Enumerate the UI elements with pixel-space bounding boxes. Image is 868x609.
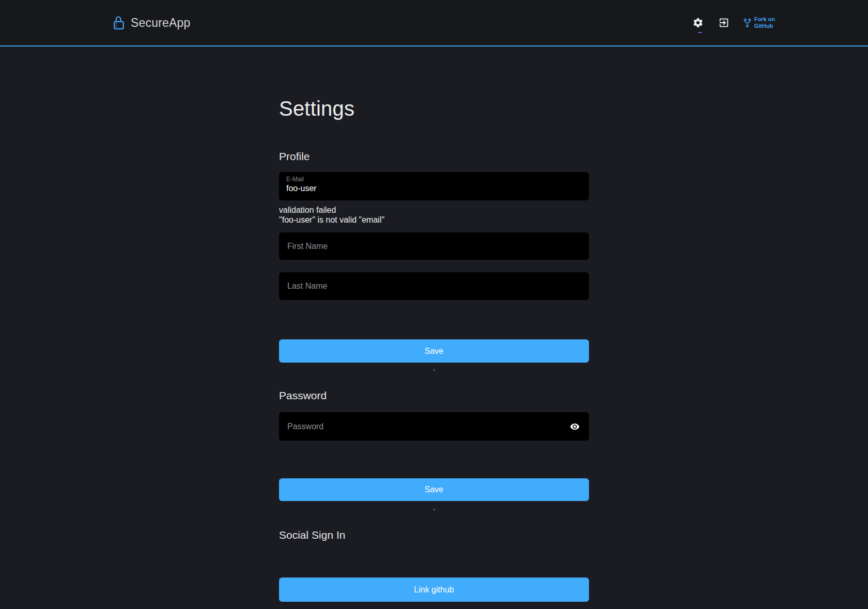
password-section-heading: Password (279, 389, 589, 402)
validation-error-line1: validation failed (279, 205, 589, 215)
git-fork-icon (743, 18, 752, 28)
email-label: E-Mail (286, 176, 582, 183)
password-status-dot (433, 509, 435, 510)
brand-name: SecureApp (131, 16, 191, 30)
link-github-button[interactable]: Link github (279, 577, 589, 602)
settings-gear-button[interactable] (689, 14, 707, 32)
social-section-heading: Social Sign In (279, 529, 589, 541)
page-title: Settings (279, 97, 589, 120)
eye-icon (570, 421, 580, 431)
toggle-password-visibility-button[interactable] (568, 421, 582, 431)
gear-active-indicator (698, 32, 702, 33)
brand[interactable]: SecureApp (113, 15, 191, 30)
first-name-field[interactable] (279, 232, 589, 260)
password-input[interactable] (286, 421, 568, 432)
validation-error: validation failed "foo-user" is not vali… (279, 205, 589, 225)
logout-icon (718, 17, 730, 28)
validation-error-line2: "foo-user" is not valid "email" (279, 215, 589, 225)
first-name-input[interactable] (286, 241, 582, 252)
settings-page: Settings Profile E-Mail validation faile… (279, 97, 589, 602)
fork-on-github-link[interactable]: Fork on GitHub (743, 16, 775, 29)
logout-button[interactable] (715, 14, 733, 32)
last-name-field[interactable] (279, 272, 589, 300)
navbar: SecureApp (0, 0, 868, 46)
gear-icon (692, 17, 704, 28)
lock-icon (113, 15, 126, 30)
profile-status-dot (433, 369, 435, 371)
profile-section-heading: Profile (279, 150, 589, 163)
last-name-input[interactable] (286, 281, 582, 291)
fork-link-label: Fork on GitHub (754, 16, 775, 29)
navbar-actions: Fork on GitHub (689, 14, 775, 32)
email-field[interactable]: E-Mail (279, 172, 589, 200)
save-profile-button[interactable]: Save (279, 339, 589, 363)
password-field[interactable] (279, 412, 589, 441)
email-input[interactable] (286, 183, 582, 194)
save-password-button[interactable]: Save (279, 478, 589, 501)
